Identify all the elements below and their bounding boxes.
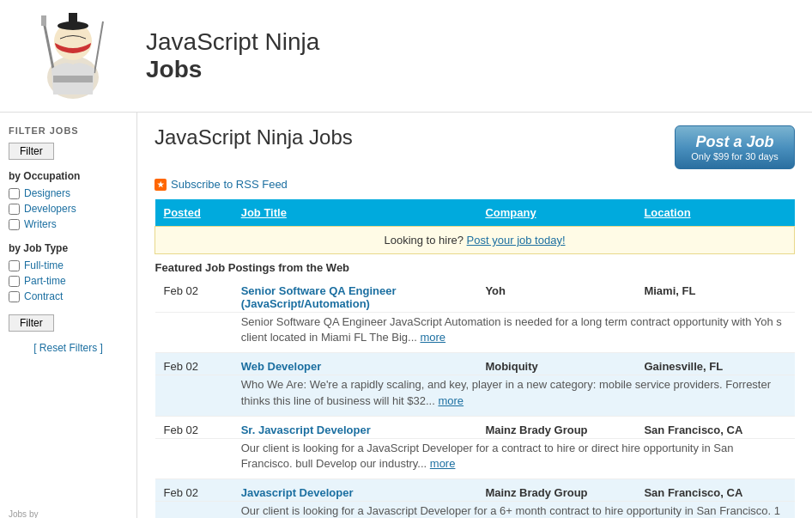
post-job-sub-label: Only $99 for 30 days [691,151,779,161]
table-row: Feb 02 Sr. Javascript Developer Mainz Br… [155,416,795,438]
sidebar-occupation-section: by Occupation Designers Developers Write… [9,170,128,230]
site-title-block: JavaScript Ninja Jobs [146,28,319,83]
parttime-link[interactable]: Part-time [24,275,66,287]
fulltime-link[interactable]: Full-time [24,259,64,271]
job-date: Feb 02 [155,416,233,438]
table-row-desc: Senior Software QA Engineer JavaScript A… [155,313,795,353]
filter-button-top[interactable]: Filter [9,143,54,160]
sidebar: FILTER JOBS Filter by Occupation Designe… [0,113,137,518]
featured-header-row: Featured Job Postings from the Web [155,254,795,278]
simply-hired-branding: Jobs by SimplyHired [9,509,91,519]
more-link[interactable]: more [438,394,464,407]
job-title-link[interactable]: Sr. Javascript Developer [241,424,371,436]
job-location: San Francisco, CA [635,479,794,502]
more-link[interactable]: more [420,331,445,344]
title-sort-link[interactable]: Job Title [241,206,287,219]
jobtype-label: by Job Type [9,242,128,254]
writers-link[interactable]: Writers [24,218,57,230]
posted-sort-link[interactable]: Posted [164,206,201,219]
job-description: Senior Software QA Engineer JavaScript A… [233,313,795,353]
company-sort-link[interactable]: Company [485,206,536,219]
job-title-link[interactable]: Web Developer [241,360,322,373]
job-title-cell: Sr. Javascript Developer [233,416,477,438]
page-title: JavaScript Ninja Jobs [155,125,353,149]
job-company: Mobiquity [476,353,635,375]
job-description: Our client is looking for a JavaScript D… [233,438,795,478]
filter-parttime[interactable]: Part-time [9,275,128,287]
table-row: Feb 02 Web Developer Mobiquity Gainesvil… [155,353,795,375]
occupation-label: by Occupation [9,170,128,182]
hiring-banner: Looking to hire? Post your job today! [155,227,795,254]
svg-line-6 [94,21,103,73]
contract-checkbox[interactable] [9,291,20,302]
job-company: Yoh [476,277,635,313]
col-location: Location [635,199,794,227]
table-header-row: Posted Job Title Company Location [155,199,795,227]
featured-header: Featured Job Postings from the Web [155,254,795,278]
svg-rect-5 [41,15,46,26]
site-name-line1: JavaScript Ninja [146,28,319,56]
filter-writers[interactable]: Writers [9,218,128,230]
fulltime-checkbox[interactable] [9,260,20,271]
post-job-button[interactable]: Post a Job Only $99 for 30 days [675,125,795,169]
sidebar-jobtype-section: by Job Type Full-time Part-time Contract [9,242,128,302]
job-location: San Francisco, CA [635,416,794,438]
hiring-banner-row: Looking to hire? Post your job today! [155,227,795,254]
job-title-cell: Senior Software QA Engineer (JavaScript/… [233,277,477,313]
filter-contract[interactable]: Contract [9,290,128,302]
job-date: Feb 02 [155,277,233,313]
filter-designers[interactable]: Designers [9,187,128,199]
jobs-by-label: Jobs by SimplyHired [9,509,91,519]
main-layout: FILTER JOBS Filter by Occupation Designe… [0,113,812,518]
site-header: JavaScript Ninja Jobs [0,0,812,113]
content-area: JavaScript Ninja Jobs Post a Job Only $9… [137,113,812,518]
job-title-cell: Web Developer [233,353,477,375]
developers-link[interactable]: Developers [24,203,76,215]
table-row-desc: Who We Are: We're a rapidly scaling, and… [155,375,795,416]
filter-developers[interactable]: Developers [9,203,128,215]
sidebar-title: FILTER JOBS [9,125,128,136]
content-header: JavaScript Ninja Jobs Post a Job Only $9… [155,125,795,169]
job-location: Gainesville, FL [635,353,794,375]
svg-rect-3 [69,13,77,27]
rss-feed-link[interactable]: ★ Subscribe to RSS Feed [155,178,795,191]
job-company: Mainz Brady Group [476,479,635,502]
designers-checkbox[interactable] [9,188,20,199]
job-date: Feb 02 [155,353,233,375]
svg-rect-7 [53,76,93,82]
filter-fulltime[interactable]: Full-time [9,259,128,271]
col-company: Company [476,199,635,227]
rss-icon: ★ [155,179,167,191]
col-title: Job Title [233,199,477,227]
table-row-desc: Our client is looking for a Javascript D… [155,502,795,518]
filter-button-bottom[interactable]: Filter [9,314,54,332]
developers-checkbox[interactable] [9,204,20,215]
more-link[interactable]: more [430,457,456,470]
post-job-main-label: Post a Job [695,133,773,151]
post-job-today-link[interactable]: Post your job today! [467,234,566,247]
site-logo [17,9,129,103]
job-description: Who We Are: We're a rapidly scaling, and… [233,375,795,416]
jobs-table: Posted Job Title Company Location Lookin… [155,199,795,518]
job-title-cell: Javascript Developer [233,479,477,502]
writers-checkbox[interactable] [9,219,20,230]
location-sort-link[interactable]: Location [644,206,690,219]
page-title-block: JavaScript Ninja Jobs [155,125,353,149]
job-description: Our client is looking for a Javascript D… [233,502,795,518]
hiring-text: Looking to hire? [384,234,464,247]
designers-link[interactable]: Designers [24,187,70,199]
job-title-link[interactable]: Javascript Developer [241,486,354,499]
table-row-desc: Our client is looking for a JavaScript D… [155,438,795,478]
parttime-checkbox[interactable] [9,276,20,287]
site-name-line2: Jobs [146,56,319,83]
reset-filters-link[interactable]: [ Reset Filters ] [9,342,128,354]
job-date: Feb 02 [155,479,233,502]
job-company: Mainz Brady Group [476,416,635,438]
rss-label: Subscribe to RSS Feed [171,178,288,191]
job-title-link[interactable]: Senior Software QA Engineer (JavaScript/… [241,284,397,310]
table-row: Feb 02 Javascript Developer Mainz Brady … [155,479,795,502]
job-location: Miami, FL [635,277,794,313]
table-row: Feb 02 Senior Software QA Engineer (Java… [155,277,795,313]
col-posted: Posted [155,199,233,227]
contract-link[interactable]: Contract [24,290,63,302]
